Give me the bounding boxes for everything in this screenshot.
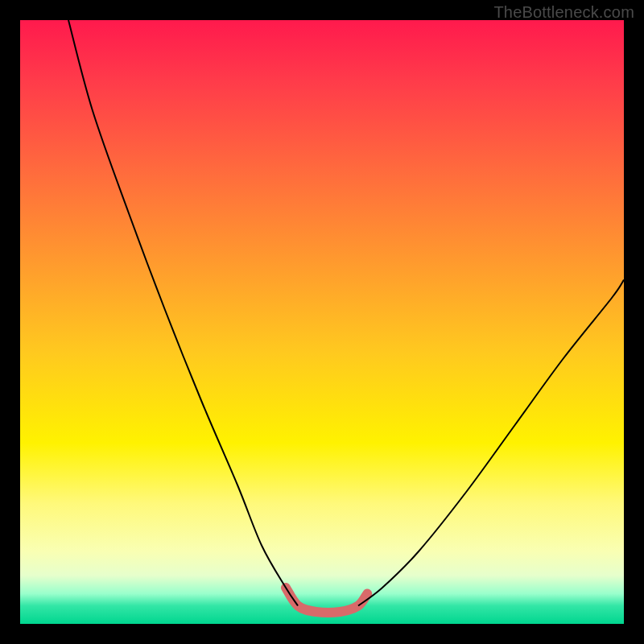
chart-frame: TheBottleneck.com	[0, 0, 644, 644]
watermark-text: TheBottleneck.com	[493, 3, 634, 22]
right-curve-path	[358, 280, 624, 606]
curve-layer	[20, 20, 624, 624]
minimum-highlight-path	[286, 588, 367, 613]
left-curve-path	[68, 20, 298, 606]
